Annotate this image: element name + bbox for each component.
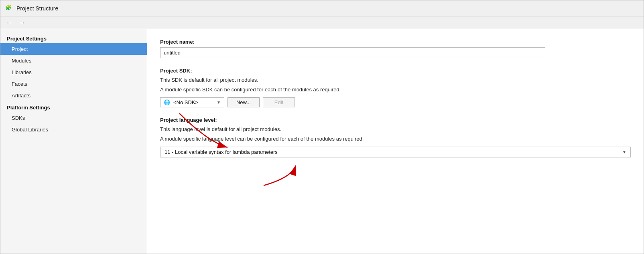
project-language-desc1: This language level is default for all p… <box>160 125 631 133</box>
title-bar: 🧩 Project Structure <box>0 0 644 16</box>
content-area: Project Settings Project Modules Librari… <box>0 29 644 254</box>
project-settings-header: Project Settings <box>0 32 147 43</box>
project-sdk-desc2: A module specific SDK can be configured … <box>160 86 631 94</box>
project-language-group: Project language level: This language le… <box>160 117 631 157</box>
sidebar: Project Settings Project Modules Librari… <box>0 29 147 254</box>
nav-bar: ← → <box>0 16 644 29</box>
language-dropdown[interactable]: 11 - Local variable syntax for lambda pa… <box>160 147 631 157</box>
sidebar-item-libraries[interactable]: Libraries <box>0 67 147 78</box>
project-language-desc2: A module specific language level can be … <box>160 135 631 143</box>
main-content: Project name: Project SDK: This SDK is d… <box>147 29 644 254</box>
chevron-down-icon: ▼ <box>217 100 221 105</box>
sidebar-item-sdks[interactable]: SDKs <box>0 112 147 124</box>
back-button[interactable]: ← <box>4 18 15 27</box>
sidebar-item-global-libraries[interactable]: Global Libraries <box>0 124 147 135</box>
sidebar-item-project[interactable]: Project <box>0 43 147 55</box>
project-sdk-group: Project SDK: This SDK is default for all… <box>160 68 631 107</box>
sdk-globe-icon: 🌐 <box>164 99 170 105</box>
sdk-dropdown[interactable]: 🌐 <No SDK> ▼ <box>160 97 224 107</box>
project-name-label: Project name: <box>160 39 631 45</box>
forward-button[interactable]: → <box>16 18 28 27</box>
window-title: Project Structure <box>16 5 58 12</box>
sidebar-item-facets[interactable]: Facets <box>0 78 147 90</box>
project-sdk-label: Project SDK: <box>160 68 631 74</box>
chevron-down-icon-lang: ▼ <box>622 150 626 154</box>
language-select-text: 11 - Local variable syntax for lambda pa… <box>165 149 622 155</box>
sidebar-item-artifacts[interactable]: Artifacts <box>0 90 147 101</box>
platform-settings-header: Platform Settings <box>0 101 147 112</box>
sdk-new-button[interactable]: New... <box>228 97 260 107</box>
project-name-group: Project name: <box>160 39 631 58</box>
app-icon: 🧩 <box>5 4 13 12</box>
project-structure-window: 🧩 Project Structure ← → Project Settings… <box>0 0 644 254</box>
project-language-label: Project language level: <box>160 117 631 123</box>
sdk-row: 🌐 <No SDK> ▼ New... Edit <box>160 97 631 107</box>
sdk-select-text: <No SDK> <box>173 99 215 105</box>
project-name-input[interactable] <box>160 47 545 58</box>
project-sdk-desc1: This SDK is default for all project modu… <box>160 76 631 84</box>
sdk-edit-button[interactable]: Edit <box>263 97 295 107</box>
sidebar-item-modules[interactable]: Modules <box>0 55 147 67</box>
